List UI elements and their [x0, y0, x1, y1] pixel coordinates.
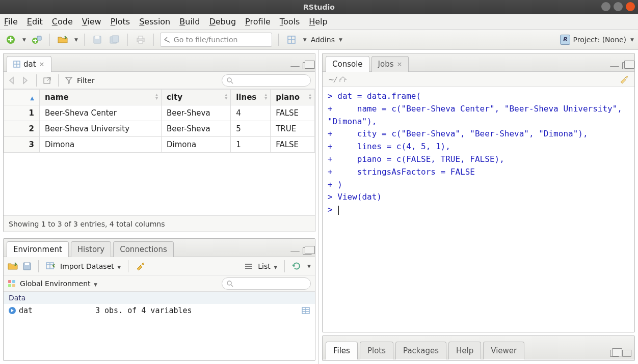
expand-icon[interactable] [9, 307, 16, 314]
row-index-header[interactable]: ▲ [4, 90, 40, 105]
console-pane: Console Jobs ✕ ~/ > dat = data.frame( + … [322, 53, 635, 332]
refresh-icon[interactable] [292, 262, 301, 271]
table-row[interactable]: 2Beer-Sheva UniversityBeer-Sheva5TRUE [4, 121, 315, 137]
nav-forward-icon[interactable] [21, 76, 30, 85]
console-output[interactable]: > dat = data.frame( + name = c("Beer-She… [323, 87, 634, 332]
open-file-button[interactable] [56, 33, 69, 46]
console-share-icon[interactable] [339, 76, 347, 83]
svg-rect-6 [112, 36, 119, 42]
new-file-dropdown[interactable]: ▼ [22, 37, 26, 42]
files-pane: Files Plots Packages Help Viewer [322, 335, 635, 361]
tab-jobs[interactable]: Jobs ✕ [371, 56, 409, 72]
clear-console-icon[interactable] [619, 75, 629, 84]
menu-file[interactable]: File [4, 17, 18, 26]
tab-connections[interactable]: Connections [113, 241, 174, 257]
maximize-pane-icon[interactable] [303, 62, 312, 69]
console-wd: ~/ [328, 75, 336, 83]
load-workspace-icon[interactable] [8, 262, 18, 270]
minimize-env-pane-icon[interactable] [290, 250, 300, 252]
maximize-env-pane-icon[interactable] [303, 247, 312, 255]
svg-rect-29 [12, 284, 15, 287]
data-table: ▲ name▴▾ city▴▾ lines▴▾ piano▴▾ 1Beer-Sh… [4, 89, 315, 153]
close-tab-icon[interactable]: ✕ [39, 61, 45, 68]
col-header-city[interactable]: city▴▾ [161, 90, 230, 105]
col-header-lines[interactable]: lines▴▾ [231, 90, 271, 105]
new-file-button[interactable] [4, 33, 17, 46]
env-search-input[interactable] [222, 277, 311, 290]
menu-debug[interactable]: Debug [209, 17, 236, 26]
maximize-console-icon[interactable] [622, 62, 631, 69]
save-button[interactable] [91, 33, 104, 46]
data-search-input[interactable] [222, 74, 311, 87]
close-jobs-icon[interactable]: ✕ [396, 61, 402, 68]
clear-env-icon[interactable] [136, 262, 145, 271]
grid-dropdown[interactable]: ▼ [303, 37, 307, 42]
menubar: File Edit Code View Plots Session Build … [0, 14, 638, 30]
addins-menu[interactable]: Addins ▼ [311, 36, 342, 44]
minimize-console-icon[interactable] [610, 65, 619, 67]
source-pane: dat ✕ Filter [3, 53, 315, 232]
env-item[interactable]: dat3 obs. of 4 variables [4, 304, 315, 317]
menu-plots[interactable]: Plots [111, 17, 130, 26]
project-selector[interactable]: R Project: (None) ▼ [560, 35, 634, 45]
nav-back-icon[interactable] [8, 76, 17, 85]
print-button[interactable] [134, 33, 147, 46]
window-close-button[interactable] [626, 2, 635, 11]
menu-session[interactable]: Session [139, 17, 170, 26]
col-header-piano[interactable]: piano▴▾ [271, 90, 315, 105]
save-workspace-icon[interactable] [23, 262, 31, 270]
environment-pane: Environment History Connections Import D… [3, 238, 315, 361]
menu-edit[interactable]: Edit [27, 17, 43, 26]
search-icon [226, 280, 233, 287]
table-row[interactable]: 3DimonaDimona1FALSE [4, 137, 315, 153]
restore-files-pane-icon[interactable] [610, 350, 619, 357]
tab-help[interactable]: Help [448, 342, 481, 359]
tab-files[interactable]: Files [326, 342, 358, 359]
popup-icon[interactable] [43, 76, 52, 85]
tab-environment[interactable]: Environment [7, 241, 69, 257]
filter-label[interactable]: Filter [77, 76, 95, 85]
source-tab-dat[interactable]: dat ✕ [7, 56, 51, 72]
menu-profile[interactable]: Profile [245, 17, 271, 26]
svg-rect-8 [139, 36, 143, 39]
col-header-name[interactable]: name▴▾ [40, 90, 162, 105]
filter-icon[interactable] [65, 76, 73, 85]
menu-code[interactable]: Code [52, 17, 73, 26]
maximize-files-pane-icon[interactable] [622, 350, 631, 357]
svg-point-17 [227, 78, 231, 82]
recent-files-dropdown[interactable]: ▼ [74, 37, 78, 42]
svg-rect-19 [25, 263, 29, 265]
goto-file-input[interactable]: Go to file/function [160, 33, 272, 47]
grid-addin-button[interactable] [285, 33, 298, 46]
svg-point-30 [227, 281, 231, 285]
tab-history[interactable]: History [71, 241, 111, 257]
svg-rect-2 [37, 36, 41, 40]
svg-rect-28 [8, 284, 11, 287]
tab-packages[interactable]: Packages [395, 342, 446, 359]
view-data-icon[interactable] [302, 307, 310, 314]
tab-plots[interactable]: Plots [360, 342, 393, 359]
table-row[interactable]: 1Beer-Sheva CenterBeer-Sheva4FALSE [4, 105, 315, 121]
r-project-icon: R [560, 35, 570, 45]
import-dataset-icon [46, 262, 55, 270]
window-minimize-button[interactable] [601, 2, 610, 11]
import-dataset-button[interactable]: Import Dataset ▼ [60, 262, 121, 270]
env-section-data: Data [4, 292, 315, 304]
window-maximize-button[interactable] [614, 2, 623, 11]
tab-console[interactable]: Console [326, 56, 369, 72]
menu-help[interactable]: Help [309, 17, 327, 26]
svg-rect-9 [139, 41, 143, 43]
svg-rect-4 [95, 36, 99, 39]
env-view-mode[interactable]: List ▼ [258, 262, 277, 270]
menu-build[interactable]: Build [179, 17, 200, 26]
menu-view[interactable]: View [82, 17, 101, 26]
save-all-button[interactable] [108, 33, 121, 46]
env-scope-selector[interactable]: Global Environment ▼ [20, 279, 97, 288]
search-icon [226, 77, 233, 84]
tab-viewer[interactable]: Viewer [483, 342, 524, 359]
new-project-button[interactable] [30, 33, 43, 46]
minimize-pane-icon[interactable] [290, 65, 300, 67]
svg-rect-27 [12, 280, 15, 283]
main-toolbar: ▼ ▼ Go to file/function ▼ Addins ▼ R Pro… [0, 30, 638, 50]
menu-tools[interactable]: Tools [280, 17, 300, 26]
